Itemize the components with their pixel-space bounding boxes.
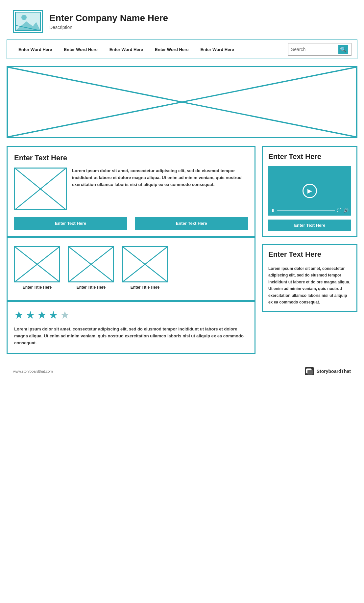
- brand-name: StoryboardThat: [317, 369, 351, 374]
- play-button[interactable]: ▶: [303, 184, 317, 198]
- feature-card-title: Enter Text Here: [14, 154, 248, 162]
- feature-body-text: Lorem ipsum dolor sit amet, consectetur …: [72, 168, 248, 188]
- feature-card-body: Lorem ipsum dolor sit amet, consectetur …: [14, 168, 248, 210]
- footer-brand: StoryboardThat: [305, 367, 351, 375]
- review-card: ★ ★ ★ ★ ★ Lorem ipsum dolor sit amet, co…: [7, 301, 255, 354]
- search-button[interactable]: 🔍: [338, 45, 348, 54]
- footer: www.storyboardthat.com StoryboardThat: [7, 364, 357, 379]
- gallery-item-1: Enter Title Here: [14, 246, 60, 290]
- feature-image-placeholder: [14, 168, 67, 210]
- nav-item-4[interactable]: Enter Word Here: [149, 47, 194, 52]
- search-input[interactable]: [291, 47, 337, 52]
- nav-item-3[interactable]: Enter Word Here: [104, 47, 149, 52]
- feature-button-2[interactable]: Enter Text Here: [135, 217, 248, 230]
- star-2: ★: [26, 309, 35, 321]
- gallery-title-1: Enter Title Here: [23, 285, 52, 290]
- feature-buttons: Enter Text Here Enter Text Here: [14, 217, 248, 230]
- sidebar-text-title: Enter Text Here: [268, 250, 351, 259]
- nav-item-1[interactable]: Enter Word Here: [12, 47, 58, 52]
- fullscreen-icon: ⛶: [337, 208, 341, 213]
- video-placeholder: ▶ ⏸ ⛶ 🔊: [268, 166, 351, 216]
- gallery-row: Enter Title Here Enter Title Here: [14, 246, 248, 290]
- main-content: Enter Text Here Lorem ipsum dolor sit am…: [7, 146, 357, 354]
- company-description: Description: [49, 25, 168, 30]
- site-header: Enter Company Name Here Description: [7, 7, 357, 36]
- progress-bar: [277, 210, 335, 211]
- gallery-title-3: Enter Title Here: [131, 285, 159, 290]
- feature-card: Enter Text Here Lorem ipsum dolor sit am…: [7, 146, 255, 237]
- star-3: ★: [37, 309, 47, 321]
- gallery-image-2: [68, 246, 114, 282]
- footer-url: www.storyboardthat.com: [13, 369, 53, 373]
- header-text-block: Enter Company Name Here Description: [49, 13, 168, 30]
- search-box: 🔍: [288, 43, 352, 56]
- pause-icon: ⏸: [271, 208, 275, 213]
- left-column: Enter Text Here Lorem ipsum dolor sit am…: [7, 146, 255, 354]
- video-card-title: Enter Text Here: [268, 152, 351, 161]
- video-card: Enter Text Here ▶ ⏸ ⛶ 🔊 Enter Text Here: [262, 146, 357, 237]
- company-logo: [13, 10, 43, 33]
- hero-banner: [7, 66, 357, 138]
- nav-items: Enter Word Here Enter Word Here Enter Wo…: [12, 47, 288, 52]
- stars-row: ★ ★ ★ ★ ★: [14, 309, 248, 321]
- star-1: ★: [14, 309, 24, 321]
- gallery-card: Enter Title Here Enter Title Here: [7, 237, 255, 301]
- sidebar-text-body: Lorem ipsum dolor sit amet, consectetur …: [268, 265, 351, 305]
- gallery-title-2: Enter Title Here: [77, 285, 106, 290]
- gallery-image-1: [14, 246, 60, 282]
- nav-item-2[interactable]: Enter Word Here: [58, 47, 103, 52]
- gallery-item-3: Enter Title Here: [122, 246, 168, 290]
- nav-item-5[interactable]: Enter Word Here: [194, 47, 240, 52]
- video-controls: ⏸ ⛶ 🔊: [271, 208, 349, 213]
- star-4: ★: [49, 309, 58, 321]
- right-column: Enter Text Here ▶ ⏸ ⛶ 🔊 Enter Text Here …: [262, 146, 357, 354]
- navbar: Enter Word Here Enter Word Here Enter Wo…: [7, 39, 357, 59]
- company-name: Enter Company Name Here: [49, 13, 168, 23]
- video-cta-button[interactable]: Enter Text Here: [268, 220, 351, 231]
- volume-icon: 🔊: [343, 208, 349, 213]
- gallery-item-2: Enter Title Here: [68, 246, 114, 290]
- review-text: Lorem ipsum dolor sit amet, consectetur …: [14, 326, 248, 346]
- gallery-image-3: [122, 246, 168, 282]
- sidebar-text-card: Enter Text Here Lorem ipsum dolor sit am…: [262, 244, 357, 312]
- star-5: ★: [60, 309, 70, 321]
- storyboardthat-logo: [305, 367, 314, 375]
- feature-button-1[interactable]: Enter Text Here: [14, 217, 127, 230]
- svg-point-2: [21, 15, 27, 20]
- svg-rect-20: [307, 370, 313, 375]
